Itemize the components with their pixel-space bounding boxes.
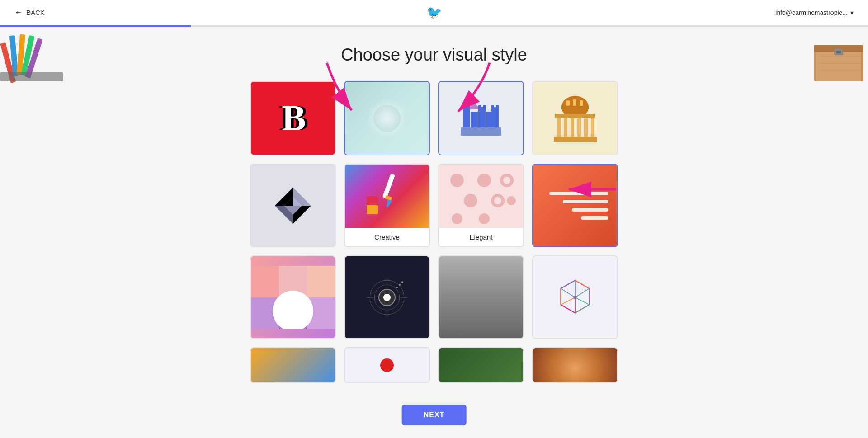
top-nav: ← BACK 🐦 info@carminemastropie... ▾ (0, 0, 868, 25)
elegant-pattern-icon (439, 165, 523, 228)
svg-rect-17 (463, 107, 470, 130)
svg-rect-35 (577, 116, 581, 139)
style-grid: B Bold Calm (250, 81, 618, 339)
classic-label: Classic (533, 155, 617, 155)
partial-card-4[interactable] (532, 347, 618, 383)
svg-marker-91 (575, 297, 590, 313)
style-card-bold[interactable]: B Bold (250, 81, 336, 155)
style-card-industrial[interactable]: Industrial (438, 255, 524, 339)
style-card-energetic[interactable]: Energetic (532, 164, 618, 247)
svg-point-61 (503, 177, 510, 184)
svg-rect-37 (591, 116, 594, 139)
elegant-label: Elegant (439, 228, 523, 246)
svg-point-68 (507, 196, 516, 205)
svg-rect-31 (561, 106, 589, 109)
innovative-hex-icon (555, 277, 595, 318)
conservative-diamond-icon (270, 183, 316, 228)
svg-rect-39 (555, 114, 595, 118)
svg-rect-40 (566, 100, 570, 106)
style-card-classic[interactable]: Classic (532, 81, 618, 155)
main-content: Choose your visual style (0, 0, 868, 429)
dropdown-icon: ▾ (850, 9, 854, 16)
svg-rect-55 (367, 196, 378, 205)
energetic-label: Energetic (533, 246, 617, 247)
partial-thumb-1 (251, 348, 335, 382)
box-svg (809, 27, 868, 86)
energetic-line-1 (549, 192, 608, 195)
friendly-thumbnail (251, 256, 335, 338)
svg-rect-38 (554, 137, 597, 142)
svg-rect-69 (251, 266, 279, 297)
svg-rect-28 (461, 127, 501, 136)
page-title: Choose your visual style (341, 45, 527, 65)
partial-card-1[interactable] (250, 347, 336, 383)
innovative-label: Innovative (533, 338, 617, 339)
conservative-thumbnail (251, 165, 335, 246)
svg-rect-19 (478, 107, 486, 130)
svg-marker-93 (561, 288, 576, 305)
svg-point-95 (573, 296, 576, 299)
svg-rect-71 (307, 266, 335, 297)
creative-thumbnail (345, 165, 429, 228)
creative-brush-icon (364, 171, 410, 221)
svg-rect-25 (483, 105, 486, 109)
svg-rect-5 (0, 72, 63, 81)
energetic-line-3 (572, 208, 608, 212)
calm-circle-icon (373, 105, 401, 132)
svg-rect-51 (382, 174, 395, 198)
svg-rect-34 (571, 116, 574, 139)
style-card-friendly[interactable]: Friendly (250, 255, 336, 339)
svg-marker-89 (575, 280, 590, 297)
svg-rect-21 (491, 107, 499, 130)
partial-thumb-2 (345, 348, 429, 382)
style-card-reliable[interactable]: Reliable (438, 81, 524, 155)
bold-label: Bold (251, 155, 335, 155)
svg-rect-27 (496, 105, 499, 109)
bold-letter-icon: B (282, 98, 304, 139)
svg-point-87 (401, 281, 403, 283)
svg-point-67 (479, 213, 490, 224)
corner-box-decoration (809, 27, 868, 86)
svg-rect-41 (573, 99, 576, 106)
back-button[interactable]: ← BACK (14, 8, 45, 17)
partial-thumb-4 (533, 348, 617, 382)
innovative-thumbnail (533, 256, 617, 338)
svg-marker-53 (385, 199, 392, 208)
futuristic-thumbnail (345, 256, 429, 338)
svg-marker-94 (561, 280, 576, 297)
partial-card-2[interactable] (344, 347, 430, 383)
style-card-futuristic[interactable]: Futuristic (344, 255, 430, 339)
svg-rect-13 (836, 51, 841, 53)
reliable-thumbnail (439, 82, 523, 155)
style-card-conservative[interactable]: Conservative (250, 164, 336, 247)
industrial-label: Industrial (439, 338, 523, 339)
pencils-svg (0, 27, 81, 86)
calm-label: Calm (345, 155, 429, 155)
svg-rect-42 (580, 100, 583, 106)
progress-bar (0, 25, 868, 27)
style-card-innovative[interactable]: Innovative (532, 255, 618, 339)
energetic-line-4 (581, 216, 608, 220)
bold-thumbnail: B (251, 82, 335, 155)
svg-rect-36 (584, 116, 588, 139)
user-menu[interactable]: info@carminemastropie... ▾ (775, 9, 854, 16)
style-card-elegant[interactable]: Elegant (438, 164, 524, 247)
next-button[interactable]: NEXT (402, 405, 467, 425)
svg-point-86 (399, 284, 401, 286)
svg-point-85 (396, 287, 398, 288)
svg-rect-32 (557, 116, 561, 139)
style-card-calm[interactable]: Calm (344, 81, 430, 155)
svg-point-66 (452, 213, 462, 224)
svg-rect-54 (367, 205, 378, 214)
back-label: BACK (26, 9, 45, 16)
reliable-label: Reliable (439, 155, 523, 155)
partial-card-3[interactable] (438, 347, 524, 383)
style-card-creative[interactable]: Creative (344, 164, 430, 247)
svg-point-80 (383, 294, 391, 301)
energetic-line-2 (563, 200, 608, 203)
red-dot-icon (380, 358, 394, 372)
partial-thumb-3 (439, 348, 523, 382)
classic-building-icon (550, 91, 600, 146)
svg-point-65 (494, 197, 501, 204)
classic-thumbnail (533, 82, 617, 155)
